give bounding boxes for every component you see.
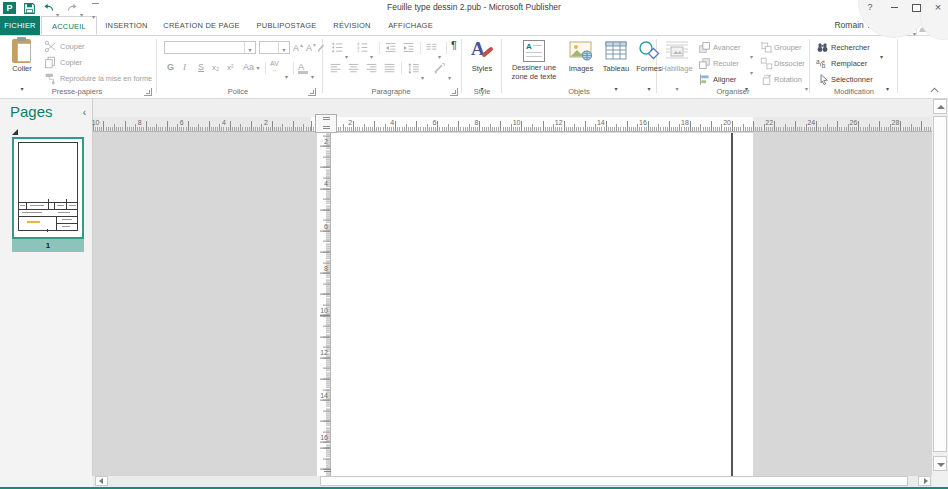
bullets-icon[interactable] (331, 41, 344, 54)
ruler-intersection-handle[interactable] (315, 114, 337, 133)
send-backward-icon[interactable] (698, 57, 711, 70)
send-backward-caret[interactable] (750, 61, 753, 79)
ungroup-objects-button[interactable]: Dissocier (774, 59, 805, 68)
align-objects-icon[interactable] (698, 73, 711, 86)
character-spacing-button[interactable]: AV↔ (270, 61, 279, 73)
h-ruler-label: 6 (416, 119, 436, 126)
scroll-up-button[interactable] (933, 99, 947, 114)
font-dialog-launcher[interactable] (308, 88, 316, 96)
line-spacing-icon[interactable] (407, 62, 420, 75)
cut-icon[interactable] (44, 40, 57, 53)
cut-button[interactable]: Couper (60, 42, 85, 51)
minimize-button[interactable] (884, 0, 904, 15)
scroll-right-button[interactable] (918, 476, 931, 486)
paragraph-dialog-launcher[interactable] (450, 88, 458, 96)
font-color-caret[interactable] (311, 65, 314, 83)
rotate-objects-icon[interactable] (760, 73, 773, 86)
format-painter-button[interactable]: Reproduire la mise en forme (60, 74, 152, 83)
send-backward-button[interactable]: Reculer (713, 59, 739, 68)
clear-formatting-icon[interactable] (316, 42, 326, 53)
replace-button[interactable]: Remplacer (831, 59, 867, 68)
sheet-frame-line[interactable] (731, 133, 733, 477)
group-objects-button[interactable]: Grouper (774, 43, 802, 52)
tab-insertion[interactable]: INSERTION (99, 16, 154, 34)
character-spacing-caret[interactable] (285, 65, 288, 83)
change-case-button[interactable]: Aa (243, 62, 260, 72)
decrease-indent-icon[interactable] (384, 41, 397, 54)
close-button[interactable]: × (928, 0, 948, 15)
bring-forward-icon[interactable] (698, 41, 711, 54)
align-left-icon[interactable] (329, 62, 342, 75)
bold-button[interactable]: G (167, 62, 174, 72)
scrollbar-corner (932, 476, 948, 487)
scroll-down-button[interactable] (933, 456, 947, 471)
table-button[interactable]: Tableau (600, 38, 632, 86)
select-button[interactable]: Sélectionner (831, 75, 873, 84)
tab-creation-de-page[interactable]: CRÉATION DE PAGE (156, 16, 247, 34)
increase-indent-icon[interactable] (402, 41, 415, 54)
font-color-button[interactable]: A (298, 61, 308, 74)
images-button[interactable]: Images (564, 38, 598, 86)
tab-publipostage[interactable]: PUBLIPOSTAGE (249, 16, 324, 34)
text-direction-icon[interactable] (433, 62, 446, 75)
copy-button[interactable]: Copier (60, 58, 82, 67)
page-number-badge[interactable]: 1 (12, 239, 84, 252)
clipboard-dialog-launcher[interactable] (144, 88, 152, 96)
text-direction-caret[interactable] (448, 66, 451, 84)
tab-fichier[interactable]: FICHIER (0, 16, 40, 35)
v-ruler-label: 6 (324, 223, 328, 230)
justify-icon[interactable] (383, 62, 396, 75)
find-button[interactable]: Rechercher (831, 43, 870, 52)
horizontal-ruler[interactable]: 108642246810121416182022242628 (93, 117, 932, 132)
vertical-scrollbar-thumb[interactable] (933, 116, 947, 452)
rotate-objects-button[interactable]: Rotation (774, 75, 802, 84)
numbering-caret[interactable] (370, 45, 373, 63)
subscript-button[interactable]: x₂ (212, 63, 219, 72)
select-icon[interactable] (818, 73, 830, 86)
font-name-combobox[interactable] (164, 41, 256, 54)
columns-caret[interactable] (438, 45, 441, 63)
panel-bottom-filler (0, 476, 93, 487)
align-right-icon[interactable] (365, 62, 378, 75)
show-paragraph-marks-button[interactable]: ¶ (451, 39, 457, 51)
collapse-ribbon-button[interactable] (930, 87, 938, 92)
bullets-caret[interactable] (345, 45, 348, 63)
copy-icon[interactable] (44, 56, 57, 69)
format-painter-icon[interactable] (44, 72, 57, 85)
superscript-button[interactable]: x² (227, 63, 234, 72)
publication-page[interactable] (331, 133, 753, 477)
group-objects-icon[interactable] (760, 41, 773, 54)
vertical-ruler[interactable]: 246810121416 (317, 133, 331, 477)
vertical-ruler-handle[interactable] (324, 469, 331, 473)
collapse-pages-panel-button[interactable]: ‹ (83, 107, 86, 118)
tab-accueil[interactable]: ACCUEIL (41, 16, 97, 35)
align-center-icon[interactable] (347, 62, 360, 75)
italic-button[interactable]: I (183, 62, 186, 72)
page-thumbnail[interactable] (12, 137, 84, 239)
help-button[interactable]: ? (860, 0, 880, 15)
align-objects-button[interactable]: Aligner (713, 75, 736, 84)
restore-button[interactable] (906, 0, 926, 15)
section-expand-icon[interactable] (12, 129, 18, 135)
replace-icon[interactable]: ab (816, 57, 829, 70)
font-size-combobox[interactable] (259, 41, 290, 54)
horizontal-scrollbar-thumb[interactable] (320, 476, 908, 486)
paste-button[interactable]: Coller (4, 38, 40, 86)
bring-forward-button[interactable]: Avancer (713, 43, 740, 52)
find-icon[interactable] (816, 41, 829, 54)
scroll-left-button[interactable] (95, 476, 108, 486)
grow-font-button[interactable]: A▲ (293, 42, 304, 53)
tab-affichage[interactable]: AFFICHAGE (380, 16, 441, 34)
ungroup-objects-icon[interactable] (760, 57, 773, 70)
vertical-scrollbar[interactable] (932, 98, 948, 476)
text-wrap-button[interactable]: Habillage (660, 38, 694, 86)
line-spacing-caret[interactable] (421, 66, 424, 84)
horizontal-scrollbar[interactable] (93, 476, 932, 487)
find-caret[interactable] (880, 45, 883, 63)
underline-button[interactable]: S (198, 62, 204, 72)
draw-textbox-button[interactable]: A Dessiner une zone de texte (506, 38, 562, 86)
tab-revision[interactable]: RÉVISION (326, 16, 378, 34)
numbering-icon[interactable] (356, 41, 369, 54)
styles-button[interactable]: A Styles (466, 38, 498, 86)
columns-icon[interactable] (425, 41, 438, 54)
